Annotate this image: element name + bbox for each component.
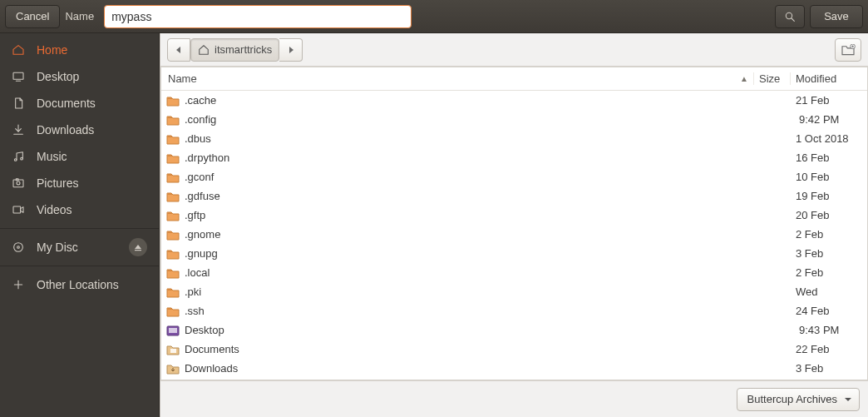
file-modified: 3 Feb [791,362,867,375]
chevron-down-icon [844,395,852,404]
file-modified: 19 Feb [791,190,867,202]
file-row[interactable]: .gnome 2 Feb [161,225,867,244]
file-row[interactable]: .gconf 10 Feb [161,167,867,186]
sidebar-item-desktop[interactable]: Desktop [0,63,159,90]
folder-icon [166,343,180,356]
sidebar-item-home[interactable]: Home [0,37,159,63]
save-button[interactable]: Save [810,5,863,28]
file-name: .drpython [185,151,229,164]
sidebar-item-label: Pictures [37,176,147,190]
search-button[interactable] [775,5,805,28]
folder-icon [166,285,180,299]
file-row[interactable]: Documents 22 Feb [161,340,867,359]
sidebar-item-label: My Disc [37,241,117,254]
file-row[interactable]: .config 9:42 PM [161,110,867,129]
sidebar-item-label: Home [37,43,147,57]
path-back-button[interactable] [167,38,190,62]
sidebar-item-label: Videos [37,203,147,216]
file-modified: 3 Feb [791,247,867,260]
sidebar-item-documents[interactable]: Documents [0,90,159,117]
new-folder-icon [841,44,856,56]
folder-icon [166,171,180,184]
sidebar-item-disc[interactable]: My Disc [0,234,159,261]
filename-input[interactable] [104,5,412,28]
desktop-icon [12,70,25,83]
downloads-icon [12,123,25,137]
eject-icon [131,243,145,251]
folder-icon [166,305,180,318]
file-modified: 2 Feb [791,228,867,241]
cancel-button[interactable]: Cancel [5,5,60,28]
file-row[interactable]: .local 2 Feb [161,263,867,282]
file-row[interactable]: .cache 21 Feb [161,91,867,110]
sidebar-item-label: Desktop [37,70,147,83]
svg-rect-6 [13,180,23,187]
file-name: .dbus [185,132,211,145]
file-row[interactable]: Downloads 3 Feb [161,359,867,378]
file-row[interactable]: .drpython 16 Feb [161,148,867,167]
file-modified: 9:42 PM [791,113,867,126]
eject-button[interactable] [129,238,147,256]
file-row[interactable]: Desktop 9:43 PM [161,320,867,340]
sidebar-item-label: Documents [37,97,147,110]
sidebar-item-videos[interactable]: Videos [0,196,159,223]
sidebar-item-other[interactable]: Other Locations [0,271,159,298]
file-name: .gconf [185,171,214,183]
file-name: Documents [185,343,239,355]
path-forward-button[interactable] [279,38,303,62]
documents-icon [12,97,25,110]
file-row[interactable]: .gftp 20 Feb [161,206,867,225]
sidebar-item-pictures[interactable]: Pictures [0,170,159,196]
file-row[interactable]: .gnupg 3 Feb [161,244,867,263]
sort-ascending-icon: ▲ [740,74,748,83]
file-modified: 24 Feb [791,305,867,317]
sidebar-item-music[interactable]: Music [0,143,159,170]
file-modified: Wed [791,285,867,298]
file-modified: 20 Feb [791,209,867,221]
file-rows[interactable]: .cache 21 Feb .config 9:42 PM .dbus 1 Oc… [161,91,867,380]
folder-icon [166,151,180,165]
file-type-filter[interactable]: Buttercup Archives [737,388,860,411]
sidebar-item-downloads[interactable]: Downloads [0,117,159,143]
music-icon [12,150,25,163]
file-name: .config [185,113,216,126]
svg-rect-17 [169,328,177,333]
file-row[interactable]: .ssh 24 Feb [161,301,867,320]
file-modified: 21 Feb [791,94,867,107]
file-name: .cache [185,94,216,107]
svg-point-11 [17,246,20,249]
file-modified: 9:43 PM [791,324,867,336]
name-label: Name [65,10,94,22]
path-segment-current[interactable]: itsmarttricks [190,38,279,62]
main-pane: itsmarttricks [160,33,868,417]
file-name: Downloads [185,362,238,375]
disc-icon [12,241,25,254]
triangle-left-icon [175,46,183,54]
folder-icon [166,209,180,222]
file-row[interactable]: .dbus 1 Oct 2018 [161,129,867,148]
file-list: Name ▲ Size Modified .cache 21 Feb .conf… [160,67,868,380]
file-row[interactable]: .pki Wed [161,282,867,301]
column-name-label: Name [168,72,197,85]
svg-rect-12 [135,250,141,251]
new-folder-button[interactable] [835,38,861,62]
column-header-modified[interactable]: Modified [791,72,867,85]
file-row[interactable]: .gdfuse 19 Feb [161,186,867,206]
sidebar-item-label: Downloads [37,123,147,137]
folder-icon [166,190,180,203]
folder-icon [166,228,180,241]
other-icon [12,278,25,291]
folder-icon [166,324,180,337]
folder-icon [166,94,180,107]
svg-point-5 [21,157,23,160]
file-name: .gnupg [185,247,218,260]
sidebar-item-label: Music [37,150,147,163]
column-header-name[interactable]: Name ▲ [161,72,754,85]
svg-point-0 [786,12,792,18]
pictures-icon [12,176,25,190]
file-name: .ssh [185,305,205,317]
svg-rect-2 [13,72,23,79]
column-header-size[interactable]: Size [754,72,791,85]
search-icon [783,10,796,23]
file-name: .gftp [185,209,205,221]
